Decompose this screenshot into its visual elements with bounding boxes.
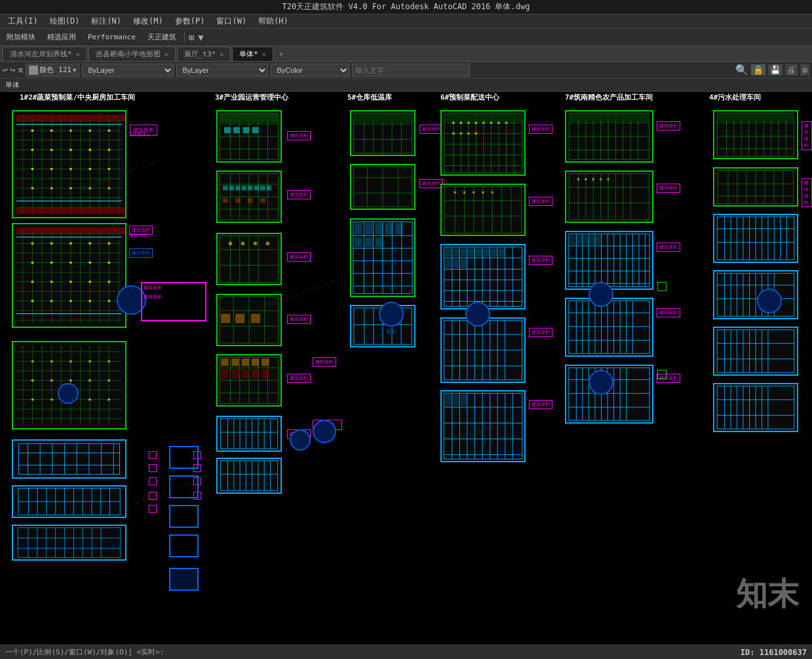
prop-icon-save[interactable]: 💾	[768, 64, 783, 75]
svg-rect-190	[235, 186, 241, 191]
menu-modify[interactable]: 修改(M)	[128, 14, 168, 28]
prop-bar: ↩ ↪ ≡ 颜色 121 ▼ ByLayer ByLayer ByColor 🔍…	[0, 62, 812, 79]
svg-point-440	[585, 178, 587, 181]
svg-point-72	[107, 242, 110, 245]
svg-rect-371	[454, 249, 460, 256]
svg-rect-372	[461, 249, 467, 256]
color-dropdown[interactable]: ▼	[73, 67, 76, 73]
svg-rect-370	[445, 249, 452, 256]
svg-rect-295	[375, 223, 383, 234]
menu-window[interactable]: 窗口(W)	[211, 14, 252, 28]
svg-rect-337	[444, 113, 522, 121]
sq-1-1	[149, 451, 157, 459]
svg-rect-375	[484, 249, 490, 256]
svg-point-26	[108, 129, 111, 132]
infobox-3-2: 建筑面积	[287, 190, 311, 199]
plan-6-elev2	[440, 317, 526, 383]
svg-point-443	[607, 178, 609, 181]
plan-sec1-label1: 建筑面积 建筑面积	[141, 282, 206, 321]
plan-5-1	[350, 110, 416, 156]
prop-icon2[interactable]: ↪	[10, 65, 16, 75]
tab-xiaoxue-close[interactable]: ✕	[164, 50, 168, 58]
status-left: 一个(P)/比例(S)/窗口(W)/对象(O)] <实时>:	[5, 647, 164, 657]
svg-rect-237	[221, 369, 228, 378]
tab-xiaoxue[interactable]: 吉县桥南小学地形图 ✕	[88, 47, 176, 61]
tab-danti-close[interactable]: ✕	[262, 50, 266, 58]
color-selector[interactable]: 颜色 121 ▼	[26, 64, 79, 77]
svg-point-71	[88, 242, 91, 245]
tab-danti[interactable]: 单体* ✕	[232, 47, 273, 61]
svg-point-325	[452, 121, 455, 124]
infobox-7-3: 建筑面积	[657, 243, 680, 252]
svg-rect-235	[252, 359, 259, 366]
svg-rect-377	[499, 249, 505, 256]
canvas-area[interactable]: 1#2#蔬菜预制菜/中央厨房加工车间 3#产业园运营管理中心 5#仓库低温库 6…	[0, 92, 812, 635]
svg-rect-198	[248, 198, 253, 203]
sub-toolbar: 单体	[0, 79, 812, 92]
plan-3-elev1	[216, 416, 282, 452]
menu-help[interactable]: 帮助(H)	[253, 14, 294, 28]
toolbar-addon[interactable]: 附加模块	[3, 31, 39, 43]
plan-3-5	[216, 354, 282, 407]
svg-point-28	[50, 149, 53, 151]
toolbar-icon1[interactable]: ⊞	[189, 32, 194, 43]
menu-annotate[interactable]: 标注(N)	[86, 14, 126, 28]
svg-rect-189	[229, 186, 235, 191]
plan-5-2	[350, 164, 416, 210]
tab-shuihe[interactable]: 清水河左岸划界线* ✕	[3, 47, 87, 61]
svg-point-335	[467, 132, 470, 135]
plan-7-elev2	[565, 298, 653, 357]
prop-icon-lock[interactable]: 🔒	[751, 64, 765, 75]
plan-7-1	[565, 110, 653, 163]
tab-zhanting[interactable]: 展厅_t3* ✕	[177, 47, 231, 61]
svg-rect-241	[261, 369, 269, 378]
infobox-5-1: 建筑面积	[419, 125, 443, 134]
menu-draw[interactable]: 绘图(D)	[45, 14, 85, 28]
tab-shuihe-close[interactable]: ✕	[76, 50, 80, 58]
svg-rect-192	[248, 186, 253, 191]
svg-point-30	[88, 149, 91, 151]
prop-icon1[interactable]: ↩	[3, 65, 8, 75]
menu-params[interactable]: 参数(P)	[170, 14, 210, 28]
prop-icon-settings[interactable]: ⚙	[800, 64, 809, 75]
svg-rect-90	[16, 228, 125, 234]
tab-zhanting-close[interactable]: ✕	[220, 50, 223, 58]
toolbar-tzjz[interactable]: 天正建筑	[144, 31, 180, 43]
infobox-5-sm: 建筑面积	[313, 357, 336, 367]
infobox-3-5: 建筑面积	[287, 374, 311, 383]
plan-4-elev3	[713, 327, 798, 376]
svg-point-442	[600, 178, 602, 181]
infobox-6-2: 建筑面积	[529, 197, 552, 206]
toolbar-performance[interactable]: Performance	[84, 31, 140, 43]
tabs-bar: 清水河左岸划界线* ✕ 吉县桥南小学地形图 ✕ 展厅_t3* ✕ 单体* ✕ +	[0, 46, 812, 62]
bbox-blue-1	[169, 568, 199, 591]
toolbar-sep	[184, 31, 185, 43]
svg-rect-464	[583, 235, 589, 245]
circle-6	[465, 302, 490, 327]
circle-3	[290, 429, 311, 450]
linetype2-select[interactable]: ByLayer	[176, 64, 268, 77]
svg-rect-465	[589, 235, 594, 245]
svg-point-74	[50, 262, 53, 264]
tab-add-button[interactable]: +	[275, 48, 288, 61]
svg-rect-150	[16, 526, 122, 559]
plan-7-2	[565, 170, 653, 223]
menu-tool[interactable]: 工具(I)	[3, 14, 43, 28]
svg-rect-376	[491, 249, 497, 256]
infobox-3-4: 建筑面积	[287, 315, 311, 324]
svg-point-87	[107, 300, 110, 302]
text-input[interactable]	[352, 64, 470, 77]
prop-right-icons: 🔍 🔒 💾 🖨 ⚙	[735, 64, 809, 76]
infobox-6-1: 建筑面积	[529, 125, 552, 134]
prop-icon-print[interactable]: 🖨	[785, 64, 798, 75]
svg-rect-466	[596, 235, 601, 245]
toolbar-icon2[interactable]: ▼	[198, 32, 203, 43]
prop-icon-search[interactable]: 🔍	[735, 64, 748, 76]
prop-icon3[interactable]: ≡	[18, 65, 24, 75]
svg-rect-299	[365, 237, 373, 247]
toolbar-featured[interactable]: 精选应用	[43, 31, 80, 43]
linetype3-select[interactable]: ByColor	[271, 64, 349, 77]
linetype1-select[interactable]: ByLayer	[82, 64, 174, 77]
svg-rect-378	[445, 259, 452, 268]
svg-point-334	[459, 132, 462, 135]
